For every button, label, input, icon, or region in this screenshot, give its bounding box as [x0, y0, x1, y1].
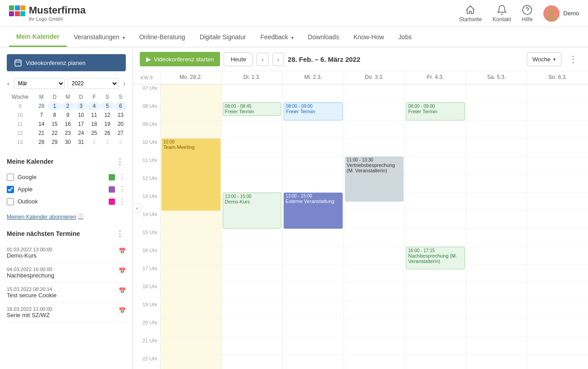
outlook-options-button[interactable]: ⋮: [119, 197, 126, 206]
time-cell[interactable]: [283, 355, 344, 369]
nav-startseite[interactable]: Startseite: [459, 5, 482, 23]
mini-cal-day[interactable]: 26: [101, 129, 114, 138]
sidebar-toggle-button[interactable]: ‹: [132, 203, 142, 213]
time-cell[interactable]: [283, 175, 344, 193]
time-cell[interactable]: [222, 247, 283, 265]
time-cell[interactable]: [466, 355, 527, 369]
mini-cal-day[interactable]: 1: [87, 138, 101, 147]
time-cell[interactable]: [344, 319, 405, 337]
time-cell[interactable]: [466, 337, 527, 355]
day-column-4[interactable]: 08:00 - 09:00Freier Termin16:00 - 17:15N…: [404, 84, 466, 369]
today-button[interactable]: Heute: [224, 52, 253, 66]
time-cell[interactable]: [405, 84, 466, 102]
time-cell[interactable]: [344, 247, 405, 265]
time-cell[interactable]: [283, 84, 344, 102]
mini-cal-day[interactable]: 10: [74, 111, 87, 120]
mini-cal-day[interactable]: 3: [74, 101, 87, 111]
calendar-event-4[interactable]: 13:00 - 15:00Externe Veranstaltung: [284, 193, 343, 229]
day-column-6[interactable]: [527, 84, 588, 369]
time-cell[interactable]: [161, 84, 221, 102]
apple-calendar-checkbox[interactable]: [7, 186, 14, 193]
mini-cal-day[interactable]: 24: [74, 129, 87, 138]
time-cell[interactable]: [527, 211, 588, 229]
prev-month-button[interactable]: ‹: [5, 79, 11, 88]
time-cell[interactable]: [222, 157, 283, 175]
mini-cal-day[interactable]: 2: [101, 138, 114, 147]
time-cell[interactable]: [466, 319, 527, 337]
time-cell[interactable]: [222, 84, 283, 102]
calendar-event-0[interactable]: 10:00Team-Meeting: [161, 138, 220, 211]
mini-cal-day[interactable]: 20: [114, 120, 127, 129]
time-cell[interactable]: [344, 301, 405, 319]
time-cell[interactable]: [161, 120, 221, 138]
calendar-event-6[interactable]: 08:00 - 09:00Freier Termin: [406, 102, 465, 120]
start-videoconf-button[interactable]: ▶ Videokonferenz starten: [140, 52, 220, 66]
time-cell[interactable]: [344, 337, 405, 355]
mini-cal-day[interactable]: 9: [61, 111, 74, 120]
time-cell[interactable]: [222, 337, 283, 355]
calendar-event-2[interactable]: 13:00 - 15:00Demo-Kurs: [223, 193, 282, 229]
month-select[interactable]: JanFebMärApr MaiJunJulAug SepOktNovDez: [14, 78, 65, 89]
user-menu[interactable]: Demo: [543, 5, 579, 22]
day-column-0[interactable]: 10:00Team-Meeting: [160, 84, 221, 369]
mini-cal-day[interactable]: 28: [35, 138, 48, 147]
mini-cal-day[interactable]: 15: [48, 120, 61, 129]
mini-cal-day[interactable]: 19: [101, 120, 114, 129]
time-cell[interactable]: [527, 337, 588, 355]
time-cell[interactable]: [344, 211, 405, 229]
next-week-button[interactable]: ›: [272, 53, 284, 66]
mini-cal-day[interactable]: 27: [114, 129, 127, 138]
time-cell[interactable]: [161, 102, 221, 120]
time-cell[interactable]: [527, 247, 588, 265]
time-cell[interactable]: [222, 301, 283, 319]
time-cell[interactable]: [405, 337, 466, 355]
day-column-1[interactable]: 08:00 - 08:45Freier Termin13:00 - 15:00D…: [221, 84, 283, 369]
time-cell[interactable]: [405, 301, 466, 319]
next-month-button[interactable]: ›: [121, 79, 127, 88]
time-cell[interactable]: [283, 283, 344, 301]
time-cell[interactable]: [344, 265, 405, 283]
time-cell[interactable]: [222, 319, 283, 337]
time-cell[interactable]: [161, 301, 221, 319]
mini-cal-day[interactable]: 11: [87, 111, 101, 120]
time-cell[interactable]: [527, 319, 588, 337]
time-cell[interactable]: [466, 211, 527, 229]
time-cell[interactable]: [527, 229, 588, 247]
mini-cal-day[interactable]: 28: [35, 101, 48, 111]
prev-week-button[interactable]: ‹: [257, 53, 268, 66]
day-column-3[interactable]: 11:00 - 13:30Vertriebsbesprechung (M. Ve…: [344, 84, 405, 369]
time-cell[interactable]: [405, 157, 466, 175]
time-cell[interactable]: [344, 229, 405, 247]
time-cell[interactable]: [283, 265, 344, 283]
mini-cal-day[interactable]: 22: [48, 129, 61, 138]
time-cell[interactable]: [283, 157, 344, 175]
time-cell[interactable]: [222, 355, 283, 369]
mini-cal-day[interactable]: 29: [48, 138, 61, 147]
time-cell[interactable]: [405, 319, 466, 337]
time-cell[interactable]: [161, 319, 221, 337]
time-cell[interactable]: [344, 355, 405, 369]
time-cell[interactable]: [161, 211, 221, 229]
time-cell[interactable]: [344, 84, 405, 102]
apple-options-button[interactable]: ⋮: [119, 185, 126, 194]
time-cell[interactable]: [283, 229, 344, 247]
time-cell[interactable]: [344, 102, 405, 120]
nav-mein-kalender[interactable]: Mein Kalender: [9, 28, 67, 47]
time-cell[interactable]: [222, 120, 283, 138]
time-cell[interactable]: [405, 193, 466, 211]
my-calendars-menu-button[interactable]: ⋮: [114, 157, 126, 166]
time-cell[interactable]: [222, 265, 283, 283]
time-cell[interactable]: [466, 193, 527, 211]
time-cell[interactable]: [222, 283, 283, 301]
mini-cal-day[interactable]: 6: [114, 101, 127, 111]
mini-cal-day[interactable]: 18: [87, 120, 101, 129]
subscribe-link[interactable]: Meinen Kalender abonnieren ⓘ: [0, 209, 133, 224]
time-cell[interactable]: [161, 247, 221, 265]
time-cell[interactable]: [283, 247, 344, 265]
time-cell[interactable]: [527, 175, 588, 193]
next-appointments-menu-button[interactable]: ⋮: [114, 229, 126, 239]
day-column-2[interactable]: 08:00 - 09:00Freier Termin13:00 - 15:00E…: [282, 84, 344, 369]
time-cell[interactable]: [527, 265, 588, 283]
time-cell[interactable]: [527, 120, 588, 138]
time-cell[interactable]: [222, 138, 283, 157]
